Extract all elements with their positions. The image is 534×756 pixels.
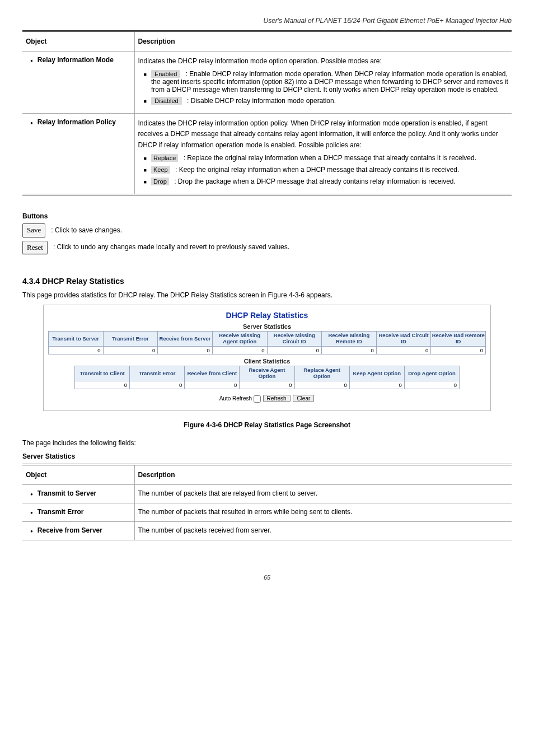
server-td-1: 0 <box>103 347 158 354</box>
client-th-2: Receive from Client <box>185 366 240 381</box>
badge-disabled: Disabled <box>151 97 182 105</box>
shot-server-subtitle: Server Statistics <box>48 323 486 330</box>
client-td-5: 0 <box>349 381 404 389</box>
client-td-3: 0 <box>240 381 294 389</box>
opt-head-desc: Description <box>134 31 512 52</box>
square-icon: ■ <box>144 97 147 105</box>
server-td-6: 0 <box>376 347 431 354</box>
refresh-button[interactable]: Refresh <box>263 395 291 402</box>
opt-row-1-sub-2: ■ Drop : Drop the package when a DHCP me… <box>144 178 509 186</box>
dhcp-relay-stats-intro: This page provides statistics for DHCP r… <box>22 290 512 300</box>
client-stats-table: Transmit to Client Transmit Error Receiv… <box>74 366 460 389</box>
bullet-icon: ● <box>30 528 33 535</box>
client-th-4: Replace Agent Option <box>294 366 349 381</box>
opt-row-0-sub-0: ■ Enabled : Enable DHCP relay informatio… <box>144 70 509 94</box>
client-th-5: Keep Agent Option <box>349 366 404 381</box>
figure-caption: Figure 4-3-6 DHCP Relay Statistics Page … <box>22 421 512 429</box>
server-th-7: Receive Bad Remote ID <box>431 332 486 347</box>
opt-row-1-sub-0: ■ Replace : Replace the original relay i… <box>144 154 509 162</box>
opt-row-1-label: ● Relay Information Policy <box>30 118 131 127</box>
shot-title: DHCP Relay Statistics <box>48 311 486 320</box>
client-td-0: 0 <box>74 381 129 389</box>
badge-drop: Drop <box>151 178 169 185</box>
def-row-0-obj: Transmit to Server <box>38 489 96 497</box>
server-td-0: 0 <box>49 347 104 354</box>
opt-row-1-obj: Relay Information Policy <box>38 118 116 126</box>
def-row-2-label: ● Receive from Server <box>30 526 131 535</box>
auto-refresh-checkbox[interactable] <box>254 395 261 403</box>
server-th-1: Transmit Error <box>103 332 158 347</box>
clear-button[interactable]: Clear <box>293 395 314 402</box>
square-icon: ■ <box>144 71 147 78</box>
def-row-0-desc: The number of packets that are relayed f… <box>134 484 512 503</box>
badge-enabled: Enabled <box>151 70 180 78</box>
stats-screenshot: DHCP Relay Statistics Server Statistics … <box>43 305 491 411</box>
square-icon: ■ <box>144 166 147 174</box>
server-td-5: 0 <box>322 347 377 354</box>
opt-head-obj: Object <box>22 31 134 52</box>
client-td-2: 0 <box>185 381 240 389</box>
reset-desc: : Click to undo any changes made locally… <box>53 242 289 253</box>
def-head-desc: Description <box>134 464 512 484</box>
def-row-2-obj: Receive from Server <box>38 526 102 534</box>
client-th-0: Transmit to Client <box>74 366 129 381</box>
def-row-0-label: ● Transmit to Server <box>30 489 131 498</box>
shot-client-subtitle: Client Statistics <box>48 358 486 365</box>
opt-row-0-sub-1: ■ Disabled : Disable DHCP relay informat… <box>144 97 509 105</box>
fields-intro: The page includes the following fields: <box>22 439 512 447</box>
opt-row-1-sub-2-text: : Drop the package when a DHCP message t… <box>174 178 456 185</box>
opt-row-1-sub-1-text: : Keep the original relay information wh… <box>175 166 459 174</box>
client-td-6: 0 <box>404 381 459 389</box>
server-th-4: Receive Missing Circuit ID <box>267 332 322 347</box>
save-button[interactable]: Save <box>22 223 45 237</box>
def-row-2-desc: The number of packets received from serv… <box>134 521 512 540</box>
buttons-heading: Buttons <box>22 212 512 220</box>
server-stats-table: Transmit to Server Transmit Error Receiv… <box>48 331 486 354</box>
square-icon: ■ <box>144 178 147 186</box>
badge-replace: Replace <box>151 154 178 162</box>
server-stats-def-table: Object Description ● Transmit to Server … <box>22 464 512 540</box>
dhcp-relay-stats-heading: 4.3.4 DHCP Relay Statistics <box>22 277 512 286</box>
reset-button[interactable]: Reset <box>22 241 48 255</box>
bullet-icon: ● <box>30 509 33 517</box>
server-th-2: Receive from Server <box>158 332 213 347</box>
opt-row-0-desc: Indicates the DHCP relay information mod… <box>138 56 509 67</box>
opt-row-1-sub-0-text: : Replace the original relay information… <box>184 154 476 162</box>
server-th-6: Receive Bad Circuit ID <box>376 332 431 347</box>
client-th-3: Receive Agent Option <box>240 366 294 381</box>
bullet-icon: ● <box>30 57 33 65</box>
client-td-1: 0 <box>130 381 185 389</box>
square-icon: ■ <box>144 155 147 162</box>
def-head-obj: Object <box>22 464 134 484</box>
bullet-icon: ● <box>30 491 33 498</box>
def-row-1-obj: Transmit Error <box>38 508 84 516</box>
server-td-7: 0 <box>431 347 486 354</box>
relay-info-table: Object Description ● Relay Information M… <box>22 30 512 195</box>
opt-row-1-desc: Indicates the DHCP relay information opt… <box>138 118 509 151</box>
badge-keep: Keep <box>151 166 170 174</box>
page-number: 65 <box>22 574 512 581</box>
server-th-0: Transmit to Server <box>49 332 104 347</box>
opt-row-0-obj: Relay Information Mode <box>38 56 114 64</box>
opt-row-0-sub-1-text: : Disable DHCP relay information mode op… <box>187 97 336 105</box>
server-td-3: 0 <box>212 347 267 354</box>
server-stats-heading: Server Statistics <box>22 452 512 460</box>
client-th-1: Transmit Error <box>130 366 185 381</box>
server-th-3: Receive Missing Agent Option <box>212 332 267 347</box>
page-header: User's Manual of PLANET 16/24-Port Gigab… <box>22 17 512 25</box>
server-th-5: Receive Missing Remote ID <box>322 332 377 347</box>
save-desc: : Click to save changes. <box>51 225 122 236</box>
opt-row-0-sub-0-text: : Enable DHCP relay information mode ope… <box>151 70 508 94</box>
def-row-1-label: ● Transmit Error <box>30 508 131 517</box>
def-row-1-desc: The number of packets that resulted in e… <box>134 503 512 521</box>
server-td-4: 0 <box>267 347 322 354</box>
opt-row-1-sub-1: ■ Keep : Keep the original relay informa… <box>144 166 509 174</box>
bullet-icon: ● <box>30 119 33 127</box>
client-th-6: Drop Agent Option <box>404 366 459 381</box>
opt-row-0-label: ● Relay Information Mode <box>30 56 131 65</box>
auto-refresh-label: Auto Refresh <box>219 395 252 402</box>
server-td-2: 0 <box>158 347 213 354</box>
client-td-4: 0 <box>294 381 349 389</box>
